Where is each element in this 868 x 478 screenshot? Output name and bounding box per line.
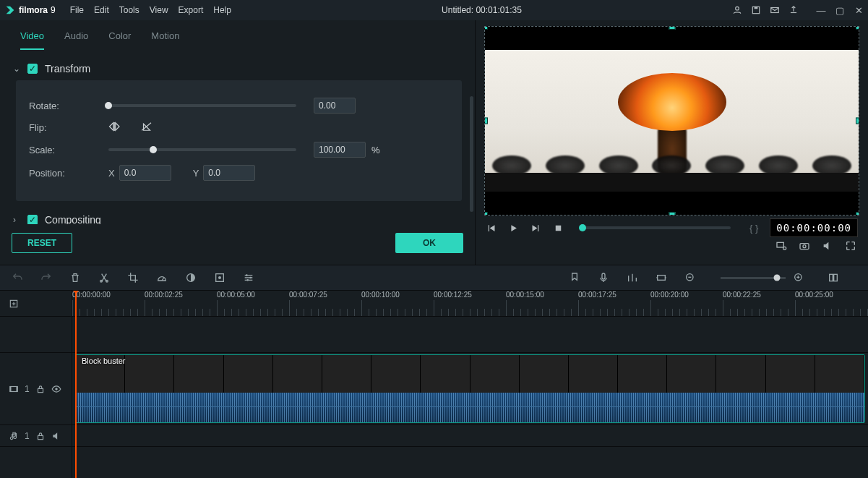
- speaker-icon[interactable]: [51, 431, 61, 441]
- rotate-input[interactable]: 0.00: [314, 98, 356, 114]
- scale-slider[interactable]: [108, 148, 296, 151]
- menu-export[interactable]: Export: [179, 5, 204, 15]
- properties-scrollbar[interactable]: [470, 96, 473, 212]
- rotate-slider[interactable]: [108, 104, 296, 107]
- speed-icon[interactable]: [156, 272, 168, 283]
- clip-audio-waveform: [76, 393, 864, 423]
- zoom-in-icon[interactable]: [793, 272, 804, 283]
- transform-handle[interactable]: [484, 118, 488, 124]
- rotate-slider-thumb[interactable]: [105, 102, 112, 109]
- position-y-label: Y: [193, 168, 199, 179]
- audio-mixer-icon[interactable]: [627, 272, 638, 283]
- compositing-checkbox[interactable]: ✓: [27, 215, 38, 224]
- zoom-to-fit-icon[interactable]: [656, 272, 667, 283]
- filmora-logo-icon: [4, 4, 16, 16]
- ruler-mark: 00:00:02:25: [145, 291, 183, 313]
- color-icon[interactable]: [185, 272, 197, 283]
- zoom-slider[interactable]: [721, 277, 786, 279]
- save-icon[interactable]: [751, 5, 761, 15]
- transform-handle[interactable]: [484, 212, 488, 215]
- add-track-icon[interactable]: [9, 299, 19, 309]
- mail-icon[interactable]: [770, 5, 780, 15]
- voiceover-icon[interactable]: [598, 272, 609, 283]
- svg-rect-21: [830, 274, 833, 281]
- transform-handle[interactable]: [669, 26, 675, 30]
- flip-horizontal-icon[interactable]: [108, 121, 121, 135]
- audio-track-icon: [9, 431, 19, 441]
- window-minimize[interactable]: —: [816, 5, 826, 16]
- lock-icon[interactable]: [35, 384, 46, 394]
- track-empty[interactable]: [72, 317, 868, 353]
- crop-icon[interactable]: [127, 272, 139, 283]
- eye-icon[interactable]: [51, 384, 61, 394]
- stop-icon[interactable]: [553, 223, 564, 234]
- play-icon[interactable]: [508, 223, 519, 234]
- position-y-input[interactable]: 0.0: [203, 165, 255, 181]
- track-video-1[interactable]: Block buster: [72, 353, 868, 425]
- marker-icon[interactable]: [569, 272, 580, 283]
- scrub-bar[interactable]: [583, 226, 731, 229]
- snapshot-icon[interactable]: [799, 240, 810, 252]
- reset-button[interactable]: RESET: [12, 233, 72, 253]
- flip-vertical-icon[interactable]: [140, 121, 153, 135]
- split-icon[interactable]: [98, 272, 110, 283]
- ruler-mark: 00:00:15:00: [506, 291, 544, 313]
- menu-edit[interactable]: Edit: [94, 5, 109, 15]
- svg-point-15: [249, 277, 252, 279]
- prev-frame-icon[interactable]: [486, 223, 497, 234]
- adjust-icon[interactable]: [243, 272, 254, 283]
- video-clip[interactable]: Block buster: [75, 354, 865, 423]
- window-maximize[interactable]: ▢: [835, 5, 845, 16]
- transform-handle[interactable]: [484, 26, 488, 30]
- preview-canvas[interactable]: [484, 26, 859, 215]
- mark-in-out-icon[interactable]: { }: [749, 223, 758, 234]
- green-screen-icon[interactable]: [214, 272, 225, 283]
- preview-timecode: 00:00:00:00: [770, 218, 858, 237]
- transform-handle[interactable]: [669, 212, 675, 215]
- scrub-thumb[interactable]: [579, 224, 586, 231]
- svg-rect-17: [602, 273, 605, 279]
- zoom-out-icon[interactable]: [684, 272, 696, 283]
- transform-handle[interactable]: [856, 212, 859, 215]
- track-audio-1[interactable]: [72, 425, 868, 447]
- tab-color[interactable]: Color: [108, 30, 131, 50]
- transform-handle[interactable]: [856, 26, 859, 30]
- menu-help[interactable]: Help: [213, 5, 231, 15]
- quality-settings-icon[interactable]: [775, 240, 787, 252]
- account-icon[interactable]: [732, 5, 742, 15]
- chevron-down-icon[interactable]: ⌄: [13, 64, 20, 74]
- fullscreen-icon[interactable]: [845, 240, 856, 252]
- scale-slider-thumb[interactable]: [150, 146, 157, 153]
- position-label: Position:: [29, 168, 108, 179]
- track-manager-icon[interactable]: [828, 272, 839, 283]
- menu-view[interactable]: View: [150, 5, 168, 15]
- menu-file[interactable]: File: [70, 5, 84, 15]
- delete-icon[interactable]: [69, 272, 81, 283]
- svg-rect-25: [10, 386, 12, 391]
- scale-input[interactable]: 100.00: [314, 142, 366, 158]
- ruler-mark: 00:00:05:00: [217, 291, 255, 313]
- zoom-slider-thumb[interactable]: [774, 275, 781, 281]
- next-frame-icon[interactable]: [530, 223, 541, 234]
- position-x-input[interactable]: 0.0: [119, 165, 171, 181]
- lock-icon[interactable]: [35, 431, 46, 441]
- menu-tools[interactable]: Tools: [119, 5, 139, 15]
- tab-motion[interactable]: Motion: [151, 30, 179, 50]
- chevron-right-icon[interactable]: ›: [13, 215, 20, 224]
- transform-handle[interactable]: [856, 118, 859, 124]
- section-compositing: › ✓ Compositing: [13, 208, 462, 224]
- transform-checkbox[interactable]: ✓: [27, 64, 38, 74]
- redo-icon[interactable]: [40, 272, 52, 283]
- svg-point-8: [803, 245, 806, 248]
- volume-icon[interactable]: [822, 240, 833, 252]
- updates-icon[interactable]: [788, 5, 799, 15]
- tab-audio[interactable]: Audio: [64, 30, 88, 50]
- window-close[interactable]: ✕: [854, 5, 864, 16]
- properties-panel: Video Audio Color Motion ⌄ ✓ Transform: [0, 20, 476, 265]
- ok-button[interactable]: OK: [395, 233, 463, 253]
- undo-icon[interactable]: [12, 272, 23, 283]
- tab-video[interactable]: Video: [20, 30, 44, 50]
- svg-point-28: [55, 388, 58, 390]
- playhead[interactable]: [75, 291, 77, 478]
- time-ruler[interactable]: 00:00:00:0000:00:02:2500:00:05:0000:00:0…: [72, 291, 868, 317]
